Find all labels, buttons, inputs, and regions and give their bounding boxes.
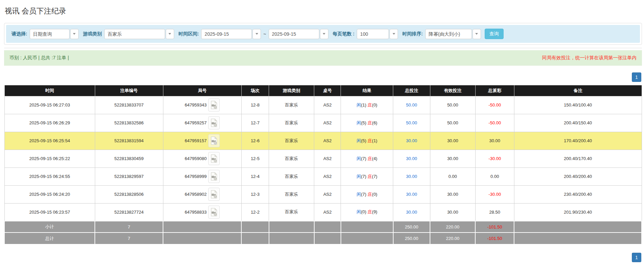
table-row: 2025-09-15 06:24:55522813829597647958999… <box>4 167 642 185</box>
cell-payout: 28.50 <box>475 203 514 221</box>
subtotal-row-count: 7 <box>95 221 163 233</box>
total-bet-link[interactable]: 50.00 <box>406 102 417 107</box>
total-bet-link[interactable]: 50.00 <box>406 120 417 125</box>
cell-result: 闲(0) 庄(9) <box>341 203 393 221</box>
video-record-button[interactable] <box>208 188 220 201</box>
subtotal-row-label: 小计 <box>4 221 95 233</box>
select-type-dropdown-button[interactable] <box>70 29 79 39</box>
date-to-value[interactable]: 2025-09-15 <box>269 29 319 39</box>
divider <box>4 48 642 48</box>
date-to-dropdown-button[interactable] <box>320 29 328 39</box>
total-bet-link[interactable]: 30.00 <box>406 156 417 161</box>
cell-result: 闲(7) 庄(4) <box>341 150 393 167</box>
total-row-valid-bet: 220.00 <box>430 233 475 244</box>
page-size-value[interactable]: 100 <box>357 29 389 39</box>
cell-session: 12-7 <box>241 114 269 132</box>
round-id-text: 647958902 <box>185 192 207 197</box>
total-row-round <box>163 233 241 244</box>
total-row: 总计7250.00220.00-101.50 <box>4 233 642 244</box>
total-row-table <box>314 233 341 244</box>
page-size-combobox[interactable]: 100 <box>357 29 398 39</box>
chevron-down-icon <box>393 33 395 35</box>
game-type-combobox[interactable]: 百家乐 <box>104 29 174 39</box>
cell-valid-bet: 30.00 <box>430 185 475 203</box>
cell-game-type: 百家乐 <box>269 114 314 132</box>
total-bet-link[interactable]: 30.00 <box>406 192 417 197</box>
cell-session: 12-5 <box>241 150 269 167</box>
select-type-value[interactable]: 日期查询 <box>30 29 70 39</box>
subtotal-row-remark <box>514 221 642 233</box>
select-type-combobox[interactable]: 日期查询 <box>30 29 79 39</box>
sort-order-combobox[interactable]: 降幂(由大到小) <box>425 29 481 39</box>
pagination-bottom: 1 <box>4 253 641 262</box>
video-record-button[interactable] <box>208 152 220 165</box>
subtotal-row-table <box>314 221 341 233</box>
cell-table: AS2 <box>314 185 341 203</box>
range-separator: ~ <box>263 31 266 37</box>
page-1-button[interactable]: 1 <box>632 72 641 82</box>
table-row: 2025-09-15 06:23:57522813827724647958833… <box>4 203 642 221</box>
video-record-button[interactable] <box>208 116 220 129</box>
banker-label: 庄 <box>368 138 372 143</box>
date-from-dropdown-button[interactable] <box>252 29 261 39</box>
cell-table: AS2 <box>314 96 341 114</box>
total-bet-link[interactable]: 30.00 <box>406 174 417 179</box>
sort-order-label: 时间排序: <box>402 31 423 37</box>
video-record-button[interactable] <box>208 134 220 147</box>
cell-round-id: 647959257 <box>163 114 241 132</box>
total-row-remark <box>514 233 642 244</box>
cell-valid-bet: 30.00 <box>430 132 475 150</box>
video-record-button[interactable] <box>208 170 220 183</box>
sort-order-dropdown-button[interactable] <box>473 29 481 39</box>
player-label: 闲 <box>357 120 361 125</box>
date-from-combobox[interactable]: 2025-09-15 <box>201 29 261 39</box>
cell-time: 2025-09-15 06:25:22 <box>4 150 95 167</box>
chevron-down-icon <box>73 33 76 35</box>
round-id-text: 647959080 <box>185 156 207 161</box>
player-label: 闲 <box>357 156 361 161</box>
table-header-row: 时间注单编号局号场次游戏类别桌号结果总投注有效投注总派彩备注 <box>4 85 642 96</box>
cell-game-type: 百家乐 <box>269 96 314 114</box>
game-type-dropdown-button[interactable] <box>166 29 174 39</box>
video-record-button[interactable] <box>208 206 220 219</box>
table-row: 2025-09-15 06:25:54522813831594647959157… <box>4 132 642 150</box>
banker-label: 庄 <box>368 174 372 179</box>
table-row: 2025-09-15 06:26:29522813832586647959257… <box>4 114 642 132</box>
total-bet-link[interactable]: 30.00 <box>406 138 417 143</box>
cell-table: AS2 <box>314 132 341 150</box>
search-button[interactable]: 查询 <box>485 29 504 39</box>
game-type-value[interactable]: 百家乐 <box>104 29 165 39</box>
sort-order-value[interactable]: 降幂(由大到小) <box>425 29 472 39</box>
cell-round-id: 647959157 <box>163 132 241 150</box>
subtotal-row-result <box>341 221 393 233</box>
cell-session: 12-3 <box>241 185 269 203</box>
cell-time: 2025-09-15 06:27:03 <box>4 96 95 114</box>
subtotal-row-round <box>163 221 241 233</box>
summary-bar: 币别 : 人民币 | 总共 :7 注单 | 同局有效投注，统一计算在该局第一张注… <box>4 50 642 66</box>
banker-count: (9) <box>372 209 377 214</box>
total-bet-link[interactable]: 30.00 <box>406 210 417 215</box>
cell-round-id: 647958999 <box>163 167 241 185</box>
cell-total-bet: 50.00 <box>393 96 430 114</box>
player-count: (5) <box>361 120 367 125</box>
table-row: 2025-09-15 06:25:22522813830459647959080… <box>4 150 642 167</box>
cell-total-bet: 30.00 <box>393 132 430 150</box>
subtotal-row-session <box>241 221 269 233</box>
page-1-button[interactable]: 1 <box>632 253 641 262</box>
date-from-value[interactable]: 2025-09-15 <box>201 29 252 39</box>
cell-session: 12-8 <box>241 96 269 114</box>
col-header-session: 场次 <box>241 85 269 96</box>
cell-game-type: 百家乐 <box>269 167 314 185</box>
page-size-dropdown-button[interactable] <box>390 29 398 39</box>
date-to-combobox[interactable]: 2025-09-15 <box>269 29 328 39</box>
video-record-button[interactable] <box>208 98 220 112</box>
col-header-payout: 总派彩 <box>475 85 514 96</box>
video-record-icon <box>211 172 217 181</box>
cell-payout: -30.00 <box>475 185 514 203</box>
cell-round-id: 647959343 <box>163 96 241 114</box>
col-header-time: 时间 <box>4 85 95 96</box>
cell-payout: -50.00 <box>475 96 514 114</box>
filter-panel: 请选择: 日期查询 游戏类别 百家乐 时间区间: 2025-09-15 ~ 20… <box>4 23 642 45</box>
video-record-icon <box>211 119 217 127</box>
cell-total-bet: 50.00 <box>393 114 430 132</box>
